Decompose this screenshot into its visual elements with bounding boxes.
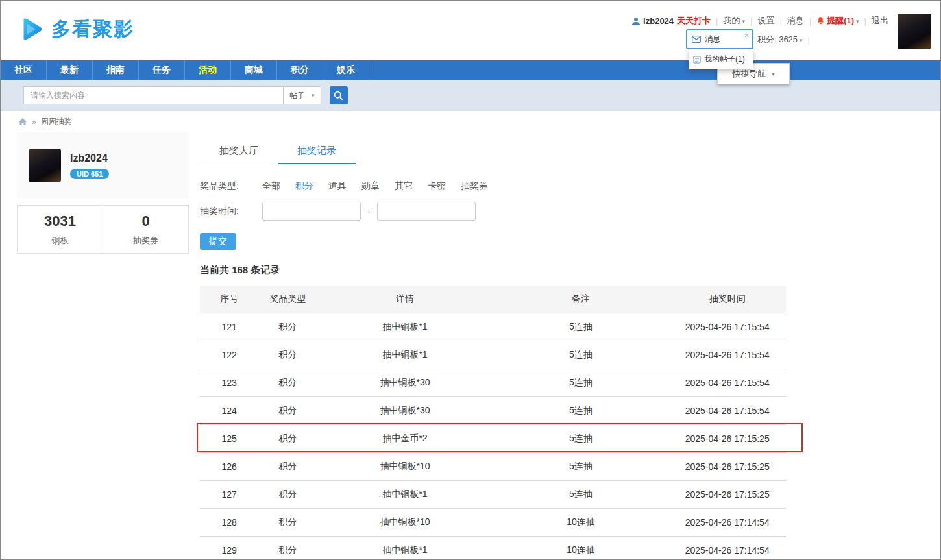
table-row: 125积分抽中金币*25连抽2025-04-26 17:15:25 [200,424,786,452]
separator: | [809,16,811,26]
popup-item-my-posts[interactable]: 我的帖子(1) [689,49,753,69]
menu-mine[interactable]: 我的▾ [723,15,745,27]
menu-logout[interactable]: 退出 [872,15,888,27]
filter-option-medals[interactable]: 勋章 [361,180,380,191]
separator: | [864,16,866,26]
table-cell: 积分 [258,341,317,369]
points-dropdown[interactable]: 积分: 3625▾ [757,34,803,45]
table-header-cell: 备注 [493,286,668,313]
table-cell: 10连抽 [493,536,668,560]
search-type-dropdown[interactable]: 帖子 ▾ [283,86,321,104]
user-menu-row: lzb2024 天天打卡 | 我的▾ | 设置 | 消息 | 提醒(1)▾ | … [631,15,888,27]
user-avatar[interactable] [898,14,931,49]
username-link[interactable]: lzb2024 [643,16,674,26]
stat-copper: 3031 铜板 [18,206,103,253]
table-cell: 126 [200,452,258,480]
caret-down-icon: ▾ [312,92,315,99]
table-row: 123积分抽中铜板*305连抽2025-04-26 17:15:54 [200,369,786,396]
separator: | [716,16,718,26]
table-cell: 积分 [258,508,317,536]
table-row: 127积分抽中铜板*15连抽2025-04-26 17:15:25 [200,480,786,508]
table-cell: 抽中铜板*1 [317,480,493,508]
search-input[interactable] [23,86,283,104]
table-header-cell: 详情 [317,286,493,313]
table-body: 121积分抽中铜板*15连抽2025-04-26 17:15:54122积分抽中… [200,313,786,560]
stats-box: 3031 铜板 0 抽奖券 [17,205,189,254]
submit-button[interactable]: 提交 [200,233,236,250]
main-nav: 社区最新指南任务活动商城积分娱乐 [1,60,940,80]
lottery-time-filter: 抽奖时间: - [200,202,786,221]
notification-popup: 消息 × 我的帖子(1) [686,29,753,69]
table-row: 128积分抽中铜板*1010连抽2025-04-26 17:14:54 [200,508,786,536]
menu-messages[interactable]: 消息 [787,15,804,27]
table-cell: 2025-04-26 17:14:54 [668,508,786,536]
popup-item-messages[interactable]: 消息 × [686,29,753,49]
table-cell: 2025-04-26 17:15:54 [668,369,786,396]
site-header: 多看聚影 lzb2024 天天打卡 | 我的▾ | 设置 | 消息 | [1,1,940,60]
search-type-label: 帖子 [289,90,305,101]
table-cell: 5连抽 [493,424,668,452]
table-cell: 积分 [258,452,317,480]
prize-type-label: 奖品类型: [200,180,262,192]
close-icon[interactable]: × [744,31,749,40]
prize-type-filter: 奖品类型: 全部积分道具勋章其它卡密抽奖券 [200,180,786,192]
table-cell: 2025-04-26 17:15:25 [668,480,786,508]
nav-item-fun[interactable]: 娱乐 [323,60,369,80]
home-icon[interactable] [18,117,27,126]
table-cell: 抽中铜板*30 [317,369,493,396]
filter-option-ticket[interactable]: 抽奖券 [461,180,488,191]
nav-item-tasks[interactable]: 任务 [139,60,185,80]
breadcrumb-current[interactable]: 周周抽奖 [41,116,72,127]
nav-item-guide[interactable]: 指南 [93,60,139,80]
caret-down-icon: ▾ [742,18,745,25]
filter-option-props[interactable]: 道具 [328,180,347,191]
breadcrumb: » 周周抽奖 [1,111,940,132]
stat-label: 铜板 [52,235,69,247]
table-header-cell: 抽奖时间 [668,286,786,313]
table-header-cell: 序号 [200,286,258,313]
bell-icon [816,16,825,25]
filter-option-other[interactable]: 其它 [395,180,413,191]
end-date-input[interactable] [377,202,476,221]
search-button[interactable] [330,86,348,104]
table-cell: 127 [200,480,258,508]
filter-option-points[interactable]: 积分 [295,180,313,191]
table-cell: 5连抽 [493,452,668,480]
table-cell: 2025-04-26 17:15:25 [668,424,786,452]
popup-item-label: 我的帖子(1) [704,54,745,65]
page: 多看聚影 lzb2024 天天打卡 | 我的▾ | 设置 | 消息 | [0,0,941,560]
table-cell: 2025-04-26 17:15:54 [668,396,786,424]
menu-settings[interactable]: 设置 [757,15,774,27]
start-date-input[interactable] [262,202,361,221]
filter-option-card-key[interactable]: 卡密 [428,180,446,191]
tab-lottery-hall[interactable]: 抽奖大厅 [200,139,278,164]
table-cell: 121 [200,313,258,341]
table-cell: 抽中铜板*10 [317,508,493,536]
tab-lottery-records[interactable]: 抽奖记录 [278,139,356,164]
table-cell: 122 [200,341,258,369]
table-row: 126积分抽中铜板*105连抽2025-04-26 17:15:25 [200,452,786,480]
table-cell: 积分 [258,313,317,341]
nav-item-points[interactable]: 积分 [277,60,323,80]
table-cell: 抽中铜板*10 [317,452,493,480]
table-cell: 抽中金币*2 [317,424,493,452]
logo[interactable]: 多看聚影 [17,15,134,43]
menu-remind[interactable]: 提醒(1)▾ [827,15,859,27]
uid-badge: UID 651 [70,169,109,179]
nav-item-community[interactable]: 社区 [1,60,47,80]
checkin-link[interactable]: 天天打卡 [677,15,711,27]
table-cell: 125 [200,424,258,452]
nav-item-activity[interactable]: 活动 [185,60,231,80]
table-cell: 5连抽 [493,341,668,369]
content: lzb2024 UID 651 3031 铜板 0 抽奖券 抽奖大厅抽奖记录 奖… [1,132,940,560]
table-cell: 128 [200,508,258,536]
table-cell: 124 [200,396,258,424]
filter-option-all[interactable]: 全部 [262,180,280,191]
nav-item-mall[interactable]: 商城 [231,60,277,80]
profile-username: lzb2024 [70,152,109,164]
nav-item-latest[interactable]: 最新 [47,60,93,80]
records-table: 序号奖品类型详情备注抽奖时间 121积分抽中铜板*15连抽2025-04-26 … [200,286,786,560]
table-cell: 129 [200,536,258,560]
table-cell: 抽中铜板*1 [317,313,493,341]
logo-icon [17,15,45,43]
